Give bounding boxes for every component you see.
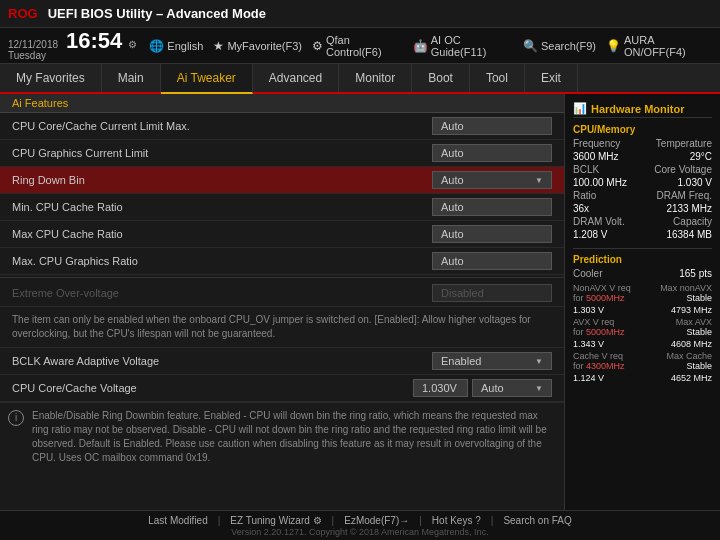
qfan-button[interactable]: ⚙ Qfan Control(F6) xyxy=(312,34,403,58)
cpu-memory-section: CPU/Memory Frequency Temperature 3600 MH… xyxy=(573,124,712,240)
frequency-row: Frequency Temperature xyxy=(573,138,712,149)
setting-label: Ring Down Bin xyxy=(12,174,432,186)
language-label: English xyxy=(167,40,203,52)
ezmode-button[interactable]: EzMode(F7)→ xyxy=(340,515,413,526)
clock-settings-icon[interactable]: ⚙ xyxy=(128,39,137,50)
setting-cpu-graphics-current[interactable]: CPU Graphics Current Limit Auto xyxy=(0,140,564,167)
info-text: Enable/Disable Ring Downbin feature. Ena… xyxy=(32,409,556,465)
tab-boot[interactable]: Boot xyxy=(412,64,470,92)
setting-extreme-overvoltage[interactable]: Extreme Over-voltage Disabled xyxy=(0,280,564,307)
pred-avx-header: AVX V reqfor 5000MHz Max AVX Stable xyxy=(573,317,712,337)
ratio-val: 36x xyxy=(573,203,589,214)
sidebar: 📊 Hardware Monitor CPU/Memory Frequency … xyxy=(565,94,720,510)
myfavorite-button[interactable]: ★ MyFavorite(F3) xyxy=(213,39,302,53)
search-faq-button[interactable]: Search on FAQ xyxy=(499,515,575,526)
pred-avx-val: 1.343 V 4608 MHz xyxy=(573,339,712,349)
aura-icon: 💡 xyxy=(606,39,621,53)
language-selector[interactable]: 🌐 English xyxy=(149,39,203,53)
bclk-label: BCLK xyxy=(573,164,599,175)
datetime: 12/11/2018 Tuesday xyxy=(8,39,58,61)
info-icon: i xyxy=(8,410,24,426)
setting-min-cpu-cache[interactable]: Min. CPU Cache Ratio Auto xyxy=(0,194,564,221)
dramvolt-capacity-label-row: DRAM Volt. Capacity xyxy=(573,216,712,227)
info-bar: 12/11/2018 Tuesday 16:54 ⚙ 🌐 English ★ M… xyxy=(0,28,720,64)
voltage-value[interactable]: 1.030V xyxy=(413,379,468,397)
ratio-label: Ratio xyxy=(573,190,596,201)
monitor-icon: 📊 xyxy=(573,102,587,115)
last-modified-button[interactable]: Last Modified xyxy=(144,515,211,526)
setting-value[interactable]: Auto ▼ xyxy=(432,171,552,189)
aioc-button[interactable]: 🤖 AI OC Guide(F11) xyxy=(413,34,513,58)
cpu-memory-label: CPU/Memory xyxy=(573,124,712,135)
section-title: Ai Features xyxy=(12,97,68,109)
tab-tool[interactable]: Tool xyxy=(470,64,525,92)
tab-ai-tweaker[interactable]: Ai Tweaker xyxy=(161,64,253,94)
tab-exit[interactable]: Exit xyxy=(525,64,578,92)
prediction-title: Prediction xyxy=(573,254,712,265)
aioc-label: AI OC Guide(F11) xyxy=(431,34,513,58)
setting-value[interactable]: Enabled ▼ xyxy=(432,352,552,370)
ratio-dram-val-row: 36x 2133 MHz xyxy=(573,203,712,214)
setting-label: CPU Core/Cache Current Limit Max. xyxy=(12,120,432,132)
bclk-val: 100.00 MHz xyxy=(573,177,627,188)
language-icon: 🌐 xyxy=(149,39,164,53)
qfan-label: Qfan Control(F6) xyxy=(326,34,403,58)
main-layout: Ai Features CPU Core/Cache Current Limit… xyxy=(0,94,720,510)
core-voltage-val: 1.030 V xyxy=(678,177,712,188)
temperature-label: Temperature xyxy=(656,138,712,149)
setting-label: Min. CPU Cache Ratio xyxy=(12,201,432,213)
hot-keys-button[interactable]: Hot Keys ? xyxy=(428,515,485,526)
aura-button[interactable]: 💡 AURA ON/OFF(F4) xyxy=(606,34,712,58)
extreme-overvoltage-description: The item can only be enabled when the on… xyxy=(0,307,564,348)
core-voltage-label: Core Voltage xyxy=(654,164,712,175)
setting-max-cpu-cache[interactable]: Max CPU Cache Ratio Auto xyxy=(0,221,564,248)
dram-volt-val: 1.208 V xyxy=(573,229,607,240)
setting-label: Extreme Over-voltage xyxy=(12,287,432,299)
setting-value[interactable]: Auto xyxy=(432,252,552,270)
cooler-row: Cooler 165 pts xyxy=(573,268,712,279)
pred-nonavx-val: 1.303 V 4793 MHz xyxy=(573,305,712,315)
capacity-val: 16384 MB xyxy=(666,229,712,240)
title-bar: ROG UEFI BIOS Utility – Advanced Mode xyxy=(0,0,720,28)
info-note: i Enable/Disable Ring Downbin feature. E… xyxy=(0,402,564,471)
settings-list: CPU Core/Cache Current Limit Max. Auto C… xyxy=(0,113,564,275)
pred-cache-header: Cache V reqfor 4300MHz Max Cache Stable xyxy=(573,351,712,371)
tab-monitor[interactable]: Monitor xyxy=(339,64,412,92)
voltage-mode[interactable]: Auto ▼ xyxy=(472,379,552,397)
setting-label: CPU Core/Cache Voltage xyxy=(12,382,413,394)
setting-value[interactable]: Auto xyxy=(432,117,552,135)
pred-avx-label: AVX V reqfor 5000MHz xyxy=(573,317,625,337)
tab-my-favorites[interactable]: My Favorites xyxy=(0,64,102,92)
dram-volt-label: DRAM Volt. xyxy=(573,216,625,227)
setting-ring-down-bin[interactable]: Ring Down Bin Auto ▼ xyxy=(0,167,564,194)
pred-nonavx-header: NonAVX V reqfor 5000MHz Max nonAVX Stabl… xyxy=(573,283,712,303)
ez-tuning-wizard-button[interactable]: EZ Tuning Wizard ⚙ xyxy=(226,515,325,526)
cooler-label: Cooler xyxy=(573,268,602,279)
tab-main[interactable]: Main xyxy=(102,64,161,92)
search-button[interactable]: 🔍 Search(F9) xyxy=(523,39,596,53)
setting-cpu-cache-voltage[interactable]: CPU Core/Cache Voltage 1.030V Auto ▼ xyxy=(0,375,564,402)
setting-value[interactable]: Auto xyxy=(432,144,552,162)
setting-bclk-adaptive-voltage[interactable]: BCLK Aware Adaptive Voltage Enabled ▼ xyxy=(0,348,564,375)
tab-advanced[interactable]: Advanced xyxy=(253,64,339,92)
setting-value[interactable]: Auto xyxy=(432,225,552,243)
setting-max-cpu-graphics[interactable]: Max. CPU Graphics Ratio Auto xyxy=(0,248,564,275)
info-items: 🌐 English ★ MyFavorite(F3) ⚙ Qfan Contro… xyxy=(149,34,712,58)
setting-label: Max CPU Cache Ratio xyxy=(12,228,432,240)
search-icon: 🔍 xyxy=(523,39,538,53)
rog-logo: ROG xyxy=(8,6,38,21)
sidebar-title: 📊 Hardware Monitor xyxy=(573,102,712,118)
setting-label: Max. CPU Graphics Ratio xyxy=(12,255,432,267)
nav-tabs: My Favorites Main Ai Tweaker Advanced Mo… xyxy=(0,64,720,94)
setting-value[interactable]: Auto xyxy=(432,198,552,216)
dropdown-arrow-icon: ▼ xyxy=(535,384,543,393)
dramvolt-capacity-val-row: 1.208 V 16384 MB xyxy=(573,229,712,240)
setting-cpu-core-cache-current[interactable]: CPU Core/Cache Current Limit Max. Auto xyxy=(0,113,564,140)
myfavorite-label: MyFavorite(F3) xyxy=(227,40,302,52)
setting-label: CPU Graphics Current Limit xyxy=(12,147,432,159)
content-area: Ai Features CPU Core/Cache Current Limit… xyxy=(0,94,565,510)
fan-icon: ⚙ xyxy=(312,39,323,53)
pred-max-cache-label: Max Cache xyxy=(666,351,712,361)
frequency-val: 3600 MHz xyxy=(573,151,619,162)
aura-label: AURA ON/OFF(F4) xyxy=(624,34,712,58)
